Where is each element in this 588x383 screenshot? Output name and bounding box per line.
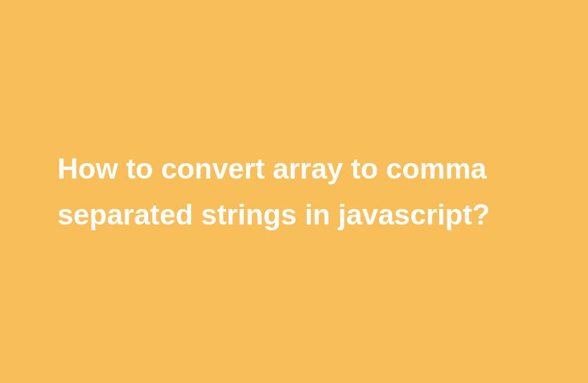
page-heading: How to convert array to comma separated … xyxy=(57,146,528,238)
